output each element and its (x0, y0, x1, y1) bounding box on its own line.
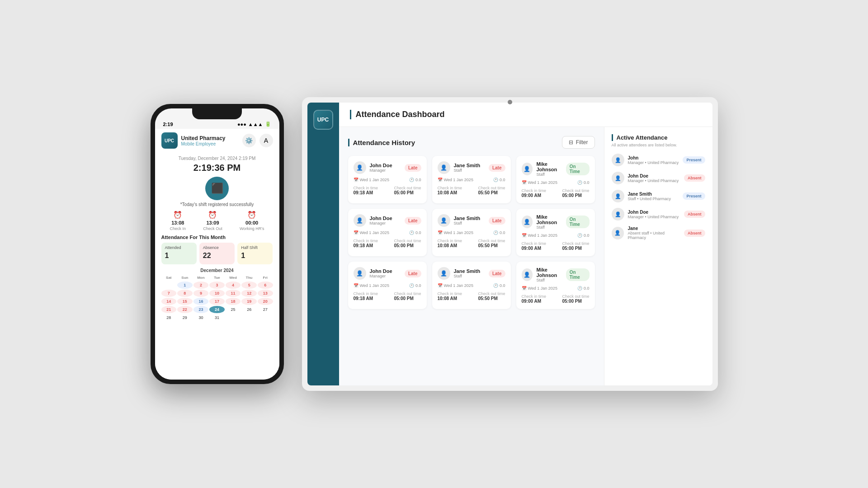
card-times: Check in time 10:08 AM Check out time 05… (438, 291, 505, 301)
cal-day-26[interactable]: 26 (241, 306, 257, 313)
cal-day-4[interactable]: 4 (226, 282, 241, 289)
card-person: 👤 Mike Johnson Staff (522, 214, 566, 230)
active-person: 👤 John Doe Manager • United Pharmacy (612, 208, 679, 221)
card-times: Check in time 10:08 AM Check out time 05… (438, 239, 505, 248)
cal-day-17[interactable]: 17 (209, 298, 225, 305)
cal-day-13[interactable]: 13 (258, 290, 273, 297)
cal-day-6[interactable]: 6 (258, 282, 273, 289)
checkout-icon: ⏰ (208, 211, 217, 219)
settings-icon[interactable]: ⚙️ (242, 134, 256, 147)
active-avatar: 👤 (612, 208, 624, 221)
hours-label: Working HR's (240, 226, 264, 231)
cal-day-empty1 (226, 314, 241, 321)
card-meta-row: 📅 Wed 1 Jan 2025 🕐 0.0 (438, 230, 505, 235)
card-checkout: Check out time 05:00 PM (562, 294, 589, 304)
cal-header-wed: Wed (226, 275, 241, 281)
active-name: Jane Smith (628, 192, 671, 197)
cal-day-empty2 (241, 314, 257, 321)
filter-button[interactable]: ⊟ Filter (562, 136, 595, 149)
cal-day-23[interactable]: 23 (193, 306, 209, 313)
cal-day-7[interactable]: 7 (161, 290, 177, 297)
cal-day-1[interactable]: 1 (177, 282, 193, 289)
cal-day-3[interactable]: 3 (209, 282, 225, 289)
cal-day-21[interactable]: 21 (161, 306, 177, 313)
cal-day-24[interactable]: 24 (209, 306, 225, 313)
cal-day-8[interactable]: 8 (177, 290, 193, 297)
card-person: 👤 Mike Johnson Staff (522, 267, 566, 282)
cal-day-30[interactable]: 30 (193, 314, 209, 321)
checkin-time-value: 09:18 AM (354, 190, 378, 195)
clock-icon: 🕐 (577, 286, 582, 291)
checkin-time-label: Check in time (438, 186, 462, 190)
active-attendance-section: Active Attendance All active attendees a… (604, 127, 712, 385)
phone-header: UPC United Pharmacy Mobile Employee ⚙️ A (155, 129, 279, 152)
clock-icon: 🕐 (493, 178, 498, 182)
phone-datetime: Tuesday, December 24, 2024 2:19 PM (161, 156, 273, 161)
cal-day-12[interactable]: 12 (241, 290, 257, 297)
status-badge: On Time (566, 216, 590, 228)
cal-day-14[interactable]: 14 (161, 298, 177, 305)
card-avatar: 👤 (438, 214, 450, 227)
attendance-card: 👤 Mike Johnson Staff On Time 📅 Wed 1 Jan… (516, 262, 595, 309)
card-person: 👤 John Doe Manager (354, 267, 392, 280)
checkin-time-value: 10:08 AM (438, 190, 462, 195)
cal-day-18[interactable]: 18 (226, 298, 241, 305)
sidebar-logo: UPC (313, 110, 333, 130)
cal-day-29[interactable]: 29 (177, 314, 193, 321)
cal-day-11[interactable]: 11 (226, 290, 241, 297)
card-checkout: Check out time 05:00 PM (394, 239, 421, 248)
desktop-mockup: UPC Attendance Dashboard Attendance Hist… (302, 97, 718, 391)
card-checkout: Check out time 05:50 PM (478, 291, 505, 301)
checkout-time-value: 05:00 PM (562, 299, 589, 304)
card-checkin: Check in time 09:18 AM (354, 291, 378, 301)
calendar-icon: 📅 (354, 283, 359, 288)
attendance-history-title: Attendance History (348, 139, 415, 146)
cal-day-28[interactable]: 28 (161, 314, 177, 321)
card-avatar: 👤 (522, 268, 533, 281)
cal-day-31[interactable]: 31 (209, 314, 225, 321)
cal-day-20[interactable]: 20 (258, 298, 273, 305)
phone-company-name: United Pharmacy (181, 135, 226, 141)
card-checkout: Check out time 05:00 PM (394, 291, 421, 301)
cal-day-2[interactable]: 2 (193, 282, 209, 289)
cal-day-22[interactable]: 22 (177, 306, 193, 313)
cal-day-10[interactable]: 10 (209, 290, 225, 297)
absence-value: 22 (203, 252, 231, 260)
checkin-time-value: 09:00 AM (522, 246, 547, 251)
cal-day-9[interactable]: 9 (193, 290, 209, 297)
checkout-time-label: Check out time (562, 294, 589, 299)
card-name: Jane Smith (454, 163, 481, 168)
calendar-icon: 📅 (438, 283, 443, 288)
cal-day-5[interactable]: 5 (241, 282, 257, 289)
phone-body: Tuesday, December 24, 2024 2:19 PM 2:19:… (155, 152, 279, 325)
status-badge: Late (405, 270, 421, 277)
card-person: 👤 John Doe Manager (354, 161, 392, 174)
checkin-time-label: Check in time (438, 291, 462, 296)
card-checkout: Check out time 05:50 PM (478, 186, 505, 195)
card-person: 👤 John Doe Manager (354, 214, 392, 227)
card-times: Check in time 09:18 AM Check out time 05… (354, 239, 421, 248)
card-date: 📅 Wed 1 Jan 2025 (438, 230, 473, 235)
cal-day-27[interactable]: 27 (258, 306, 273, 313)
cal-day-16[interactable]: 16 (193, 298, 209, 305)
cal-day[interactable] (161, 282, 177, 289)
card-checkin: Check in time 09:18 AM (354, 239, 378, 248)
translate-icon[interactable]: A (259, 134, 273, 147)
card-role: Staff (536, 278, 566, 282)
card-date: 📅 Wed 1 Jan 2025 (354, 230, 389, 235)
checkin-time-value: 10:08 AM (438, 296, 462, 301)
card-header-row: 👤 Mike Johnson Staff On Time (522, 267, 590, 282)
attended-value: 1 (165, 252, 193, 260)
cal-day-15[interactable]: 15 (177, 298, 193, 305)
card-checkout: Check out time 05:00 PM (394, 186, 421, 195)
phone-qr-area[interactable]: ⬛ *Today's shift registered successfully (161, 177, 273, 207)
phone-qr-icon[interactable]: ⬛ (205, 177, 229, 200)
card-avatar: 👤 (354, 267, 366, 280)
card-hours: 🕐 0.0 (409, 230, 421, 235)
cal-day-19[interactable]: 19 (241, 298, 257, 305)
card-checkout: Check out time 05:50 PM (478, 239, 505, 248)
card-name: John Doe (370, 268, 392, 274)
checkin-label: Check In (170, 226, 186, 231)
cal-day-25[interactable]: 25 (226, 306, 241, 313)
clock-icon: 🕐 (577, 180, 582, 185)
